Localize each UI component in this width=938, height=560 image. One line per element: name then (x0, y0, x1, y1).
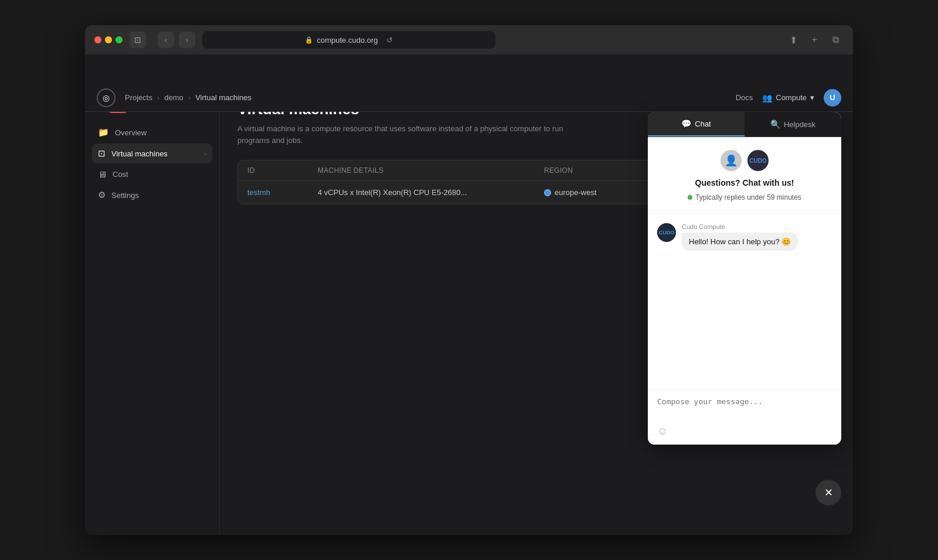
chat-messages: CUDO Cudo Compute Hello! How can I help … (648, 214, 841, 390)
chat-tab-helpdesk[interactable]: 🔍 Helpdesk (745, 112, 841, 136)
chat-header: 👤 CUDO Questions? Chat with us! Typicall… (648, 137, 841, 214)
vm-machine-details: 4 vCPUs x Intel(R) Xeon(R) CPU E5-2680..… (318, 188, 544, 197)
chat-avatars: 👤 CUDO (719, 149, 770, 172)
reload-icon[interactable]: ↺ (386, 36, 393, 45)
share-button[interactable]: ⬆ (785, 32, 801, 48)
overview-icon: 📁 (98, 127, 109, 138)
minimize-traffic-light[interactable] (105, 36, 112, 43)
address-bar[interactable]: 🔒 compute.cudo.org ↺ (202, 31, 495, 49)
message-sender-name: Cudo Compute (682, 223, 798, 230)
forward-button[interactable]: › (179, 32, 195, 48)
sidebar-item-overview-label: Overview (115, 128, 147, 137)
breadcrumb-demo[interactable]: demo (164, 93, 183, 102)
browser-actions: ⬆ + ⧉ (785, 32, 844, 48)
nav-user-avatar[interactable]: U (824, 89, 841, 107)
breadcrumb-sep-2: › (188, 93, 191, 102)
sidebar-nav: 📁 Overview ⊡ Virtual machines › 🖥 Cost (92, 122, 212, 205)
nav-compute-chevron: ▾ (810, 93, 814, 102)
nav-logo: ◎ (97, 88, 115, 107)
nav-right: Docs 👥 Compute ▾ U (736, 89, 841, 107)
chat-agent-avatar-2: CUDO (746, 149, 770, 172)
sidebar-item-overview[interactable]: 📁 Overview (92, 122, 212, 142)
emoji-button[interactable]: ☺ (657, 425, 668, 438)
sidebar-item-virtual-machines[interactable]: ⊡ Virtual machines › (92, 144, 212, 163)
browser-content: ◎ Projects › demo › Virtual machines Doc… (85, 54, 853, 535)
vm-id-link[interactable]: testmh (247, 188, 318, 197)
chat-message-1: CUDO Cudo Compute Hello! How can I help … (657, 223, 832, 251)
page-description: A virtual machine is a compute resource … (237, 123, 589, 146)
chat-agent-avatar-1: 👤 (719, 149, 743, 172)
new-tab-button[interactable]: + (806, 32, 823, 48)
lock-icon: 🔒 (305, 36, 313, 44)
sidebar: ← 📁 demo Project 📁 Overview ⊡ (85, 83, 220, 535)
sidebar-item-cost-label: Cost (113, 170, 128, 179)
vm-icon: ⊡ (98, 148, 106, 159)
col-machine: Machine details (318, 166, 544, 175)
settings-icon: ⚙ (98, 190, 106, 200)
chat-title: Questions? Chat with us! (695, 178, 794, 187)
cudo-avatar-inner: CUDO (657, 223, 676, 242)
sidebar-item-vm-label: Virtual machines (111, 149, 168, 158)
region-dot (544, 189, 551, 196)
breadcrumb-current: Virtual machines (195, 93, 252, 102)
chat-input-toolbar: ☺ (657, 425, 832, 438)
chat-tabs: 💬 Chat 🔍 Helpdesk (648, 112, 841, 137)
nav-group-icon: 👥 (762, 93, 772, 103)
chat-input-area: ☺ (648, 390, 841, 445)
chat-panel: 💬 Chat 🔍 Helpdesk 👤 CUDO Questions? Chat… (648, 112, 841, 445)
sidebar-toggle-icon[interactable]: ⊡ (130, 32, 146, 48)
chat-tab-chat-icon: 💬 (681, 119, 691, 128)
browser-nav-controls: ‹ › (158, 32, 195, 48)
sidebar-item-cost[interactable]: 🖥 Cost (92, 165, 212, 184)
breadcrumb-projects[interactable]: Projects (125, 93, 152, 102)
col-region: Region (544, 166, 650, 175)
vm-expand-arrow: › (204, 150, 206, 157)
chat-status-text: Typically replies under 59 minutes (695, 193, 801, 202)
message-content: Cudo Compute Hello! How can I help you? … (682, 223, 798, 251)
chat-tab-helpdesk-label: Helpdesk (784, 120, 815, 129)
breadcrumb-sep-1: › (157, 93, 159, 102)
region-cell: europe-west (544, 188, 650, 197)
chat-tab-chat[interactable]: 💬 Chat (648, 112, 745, 136)
sidebar-item-settings[interactable]: ⚙ Settings (92, 185, 212, 205)
chat-tab-chat-label: Chat (695, 119, 711, 128)
back-button[interactable]: ‹ (158, 32, 174, 48)
message-bubble: Hello! How can I help you? 😊 (682, 233, 798, 251)
tab-overview-button[interactable]: ⧉ (827, 32, 844, 48)
message-sender-avatar: CUDO (657, 223, 676, 242)
breadcrumb: Projects › demo › Virtual machines (125, 93, 252, 102)
traffic-lights (94, 36, 123, 43)
chat-status: Typically replies under 59 minutes (688, 193, 801, 202)
chat-tab-helpdesk-icon: 🔍 (770, 119, 780, 129)
close-chat-button[interactable]: ✕ (815, 480, 841, 506)
col-id: ID (247, 166, 318, 175)
cost-icon: 🖥 (98, 169, 107, 179)
nav-docs-link[interactable]: Docs (736, 93, 753, 102)
status-online-dot (688, 195, 692, 200)
nav-compute-selector[interactable]: 👥 Compute ▾ (762, 93, 814, 103)
url-text: compute.cudo.org (317, 36, 378, 45)
close-traffic-light[interactable] (94, 36, 101, 43)
chat-message-input[interactable] (657, 397, 832, 421)
maximize-traffic-light[interactable] (115, 36, 123, 43)
browser-chrome: ⊡ ‹ › 🔒 compute.cudo.org ↺ ⬆ + ⧉ (85, 25, 853, 54)
vm-region: europe-west (544, 188, 650, 197)
top-nav: ◎ Projects › demo › Virtual machines Doc… (85, 84, 853, 112)
sidebar-item-settings-label: Settings (111, 191, 139, 200)
